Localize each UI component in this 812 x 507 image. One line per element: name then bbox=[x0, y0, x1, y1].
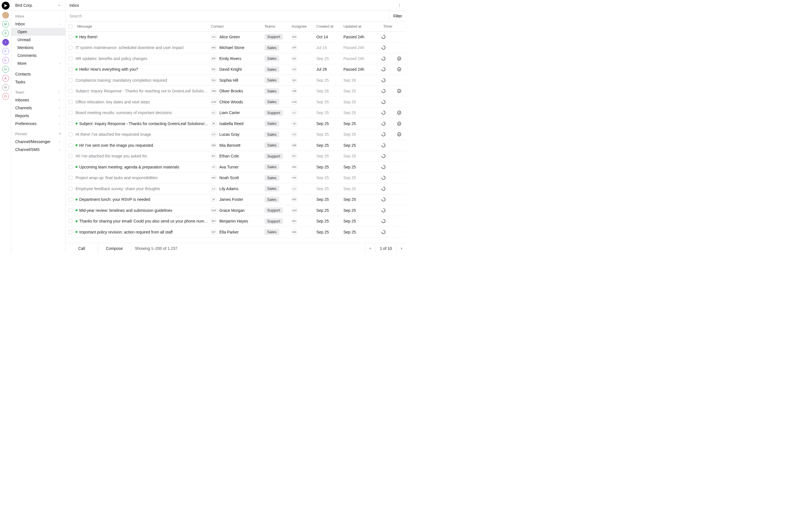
nav-inbox-open[interactable]: Open bbox=[11, 28, 65, 36]
row-checkbox[interactable] bbox=[68, 57, 72, 61]
nav-team-inboxes[interactable]: Inboxes bbox=[11, 96, 65, 104]
row-checkbox[interactable] bbox=[68, 132, 72, 136]
row-checkbox[interactable] bbox=[68, 144, 72, 147]
contact-name: Oliver Brooks bbox=[219, 89, 243, 93]
message-subject: HR updates: benefits and policy changes bbox=[75, 56, 147, 61]
next-page-button[interactable] bbox=[396, 243, 406, 253]
compose-button[interactable]: Compose bbox=[98, 243, 131, 253]
user-avatar[interactable] bbox=[2, 12, 9, 18]
table-row[interactable]: Board meeting results: summary of import… bbox=[65, 108, 406, 119]
filter-button[interactable]: Filter bbox=[389, 11, 406, 21]
row-checkbox[interactable] bbox=[68, 176, 72, 180]
col-contact[interactable]: Contact bbox=[211, 24, 264, 29]
workspace-badge[interactable]: W bbox=[2, 84, 9, 91]
contact-name: Lucas Gray bbox=[219, 132, 240, 136]
updated-at: Sep 25 bbox=[343, 165, 374, 169]
table-row[interactable]: Hey there!AGAlice GreenSupportMSOct 14Pa… bbox=[65, 32, 406, 43]
nav-pinned-item[interactable]: Channel/Messenger bbox=[11, 138, 65, 146]
col-message[interactable]: Message bbox=[75, 24, 211, 29]
row-checkbox[interactable] bbox=[68, 198, 72, 202]
team-badge: Sales bbox=[264, 77, 280, 83]
table-row[interactable]: Project wrap-up: final tasks and respons… bbox=[65, 173, 406, 184]
workspace-badge[interactable]: P bbox=[2, 48, 9, 55]
nav-pinned-item[interactable]: Channel/SMS bbox=[11, 146, 65, 154]
workspace-badge[interactable]: M bbox=[2, 21, 9, 27]
row-checkbox[interactable] bbox=[68, 67, 72, 71]
row-checkbox[interactable] bbox=[68, 187, 72, 191]
nav-inbox-more[interactable]: More bbox=[11, 59, 65, 67]
table-row[interactable]: Subject: Inquiry Response - Thanks for c… bbox=[65, 118, 406, 129]
contact-initials: MS bbox=[211, 45, 216, 50]
col-updated[interactable]: Updated at bbox=[343, 24, 374, 29]
prev-page-button[interactable] bbox=[365, 243, 375, 253]
row-checkbox[interactable] bbox=[68, 89, 72, 93]
row-checkbox[interactable] bbox=[68, 46, 72, 50]
nav-team-channels[interactable]: Channels bbox=[11, 104, 65, 112]
assignee-initials: LG bbox=[292, 131, 297, 137]
kebab-menu[interactable] bbox=[397, 3, 402, 8]
unread-dot-icon bbox=[75, 122, 78, 124]
search-input[interactable] bbox=[65, 14, 389, 18]
nav-inbox-mentions[interactable]: Mentions bbox=[11, 44, 65, 52]
nav-team-preferences[interactable]: Preferences bbox=[11, 120, 65, 128]
nav-tasks[interactable]: Tasks bbox=[11, 78, 65, 86]
nav-inbox[interactable]: Inbox bbox=[11, 20, 65, 28]
row-checkbox[interactable] bbox=[68, 111, 72, 115]
status-check-icon bbox=[395, 89, 406, 93]
app-logo[interactable] bbox=[2, 2, 10, 10]
table-row[interactable]: Mid-year review: timelines and submissio… bbox=[65, 205, 406, 216]
plus-icon[interactable]: + bbox=[59, 131, 61, 136]
col-created[interactable]: Created at bbox=[316, 24, 343, 29]
row-checkbox[interactable] bbox=[68, 165, 72, 169]
nav-inbox-comments[interactable]: Comments bbox=[11, 52, 65, 59]
table-row[interactable]: Compliance training: mandatory completio… bbox=[65, 75, 406, 86]
workspace-badge[interactable]: I bbox=[2, 39, 9, 46]
workspace-badge[interactable]: S bbox=[2, 30, 9, 37]
table-row[interactable]: Thanks for sharing your email! Could you… bbox=[65, 216, 406, 227]
contact-name: Alice Green bbox=[219, 35, 240, 39]
row-checkbox[interactable] bbox=[68, 209, 72, 212]
more-dots-icon[interactable]: ⋮ bbox=[57, 90, 61, 94]
message-subject: Department lunch: your RSVP is needed bbox=[79, 197, 150, 202]
message-subject: Subject: Inquiry Response - Thanks for r… bbox=[75, 89, 209, 93]
select-all-checkbox[interactable] bbox=[68, 24, 72, 29]
assignee-initials: DK bbox=[292, 56, 297, 61]
table-row[interactable]: IT system maintenance: scheduled downtim… bbox=[65, 43, 406, 54]
org-switcher[interactable]: Bird Corp. bbox=[11, 0, 65, 11]
col-timer[interactable]: Timer bbox=[374, 24, 395, 29]
workspace-badge[interactable]: D bbox=[2, 93, 9, 100]
table-row[interactable]: Subject: Inquiry Response - Thanks for r… bbox=[65, 86, 406, 97]
row-checkbox[interactable] bbox=[68, 100, 72, 104]
nav-contacts[interactable]: Contacts bbox=[11, 70, 65, 78]
table-row[interactable]: Employee feedback survey: share your tho… bbox=[65, 183, 406, 194]
row-checkbox[interactable] bbox=[68, 78, 72, 82]
row-checkbox[interactable] bbox=[68, 230, 72, 234]
workspace-badge[interactable]: A bbox=[2, 75, 9, 82]
row-checkbox[interactable] bbox=[68, 122, 72, 126]
table-row[interactable]: HR updates: benefits and policy changesE… bbox=[65, 53, 406, 64]
table-row[interactable]: Hi! I've sent over the image you request… bbox=[65, 140, 406, 151]
svg-point-1 bbox=[399, 5, 400, 6]
table-row[interactable]: Hello! How's everything with you?DKDavid… bbox=[65, 64, 406, 75]
table-row[interactable]: Upcoming team meeting: agenda & preparat… bbox=[65, 162, 406, 173]
col-assignee[interactable]: Assignee bbox=[292, 24, 316, 29]
table-row[interactable]: Department lunch: your RSVP is neededJFJ… bbox=[65, 194, 406, 205]
table-row[interactable]: Hi! I've attached the image you asked fo… bbox=[65, 151, 406, 162]
row-checkbox[interactable] bbox=[68, 35, 72, 39]
nav-inbox-unread[interactable]: Unread bbox=[11, 36, 65, 44]
workspace-badge[interactable]: H bbox=[2, 66, 9, 73]
row-checkbox[interactable] bbox=[68, 154, 72, 158]
workspace-badge[interactable]: E bbox=[2, 57, 9, 64]
chevron-right-icon bbox=[58, 62, 61, 65]
call-button[interactable]: Call bbox=[65, 243, 98, 253]
timer-icon bbox=[374, 100, 395, 104]
svg-point-3 bbox=[398, 57, 401, 60]
table-row[interactable]: Hi there! I've attached the requested im… bbox=[65, 129, 406, 140]
created-at: Jul 15 bbox=[316, 45, 343, 50]
row-checkbox[interactable] bbox=[68, 219, 72, 223]
col-teams[interactable]: Teams bbox=[264, 24, 292, 29]
nav-team-reports[interactable]: Reports bbox=[11, 112, 65, 120]
unread-dot-icon bbox=[75, 209, 78, 211]
table-row[interactable]: Important policy revision: action requir… bbox=[65, 227, 406, 238]
table-row[interactable]: Office relocation: key dates and next st… bbox=[65, 97, 406, 108]
